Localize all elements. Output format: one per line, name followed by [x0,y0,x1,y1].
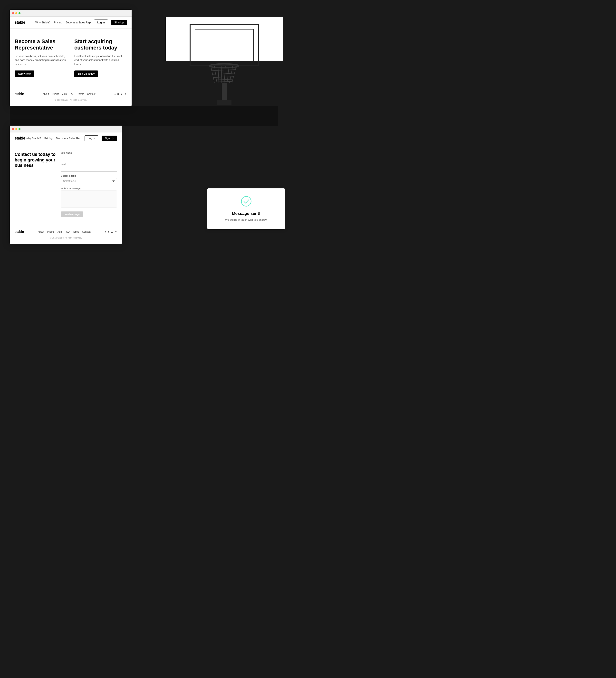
footer-pricing-2[interactable]: Pricing [47,230,54,233]
contact-title: Contact us today to begin growing your b… [15,152,56,168]
pinterest-icon: ✦ [125,92,127,96]
footer-about-1[interactable]: About [43,93,49,96]
footer-links-1: About Pricing Join FAQ Terms Contact [43,93,95,96]
dot-close-2 [12,128,14,130]
footer-logo-1: stable [15,92,24,96]
contact-left: Contact us today to begin growing your b… [15,152,56,217]
twitter-icon-2: ▲ [111,230,113,233]
dot-minimize [15,12,17,14]
message-sent-subtitle: We will be in touch with you shortly. [212,218,280,222]
signup-button-2[interactable]: Sign Up [101,136,117,141]
footer-join-1[interactable]: Join [62,93,67,96]
footer-links-2: About Pricing Join FAQ Terms Contact [38,230,91,233]
topic-select[interactable]: Select topic [61,178,117,184]
hero-left-title: Become a Sales Representative [15,38,67,51]
name-group: Your Name [61,152,117,160]
signup-today-button[interactable]: Sign Up Today [74,71,98,77]
nav-links-1: Why Stable? Pricing Become a Sales Rep L… [35,20,127,25]
send-button[interactable]: Send Message [61,212,83,217]
apply-now-button[interactable]: Apply Now [15,71,34,77]
hero-right-title: Start acquiring customers today [74,38,127,51]
nav-sales-rep-2[interactable]: Become a Sales Rep [56,137,81,140]
message-textarea[interactable] [61,190,117,208]
footer-logo-2: stable [15,230,24,234]
footer-social-1: ● ■ ▲ ✦ [114,92,127,96]
contact-content: Contact us today to begin growing your b… [10,144,122,225]
dot-maximize [18,12,20,14]
email-label: Email [61,163,117,165]
nav-pricing-2[interactable]: Pricing [44,137,53,140]
footer-pricing-1[interactable]: Pricing [52,93,59,96]
footer-join-2[interactable]: Join [57,230,61,233]
footer-copy-1: © 2019 Stable. All right reserved. [15,99,127,101]
navbar-2: stable Why Stable? Pricing Become a Sale… [10,133,122,144]
instagram-icon: ● [114,92,116,96]
nav-sales-rep-1[interactable]: Become a Sales Rep [66,21,91,24]
dot-close [12,12,14,14]
name-label: Your Name [61,152,117,154]
email-input[interactable] [61,167,117,172]
facebook-icon: ■ [117,92,119,96]
footer-faq-2[interactable]: FAQ [65,230,70,233]
contact-form: Your Name Email Choose a Topic Select to… [61,152,117,217]
twitter-icon: ▲ [120,92,123,96]
footer-1: stable About Pricing Join FAQ Terms Cont… [10,87,132,106]
footer-main-1: stable About Pricing Join FAQ Terms Cont… [15,92,127,96]
dot-maximize-2 [18,128,20,130]
footer-faq-1[interactable]: FAQ [70,93,75,96]
hero-right: Start acquiring customers today Find loc… [74,38,127,77]
logo-2: stable [15,136,25,141]
nav-pricing-1[interactable]: Pricing [54,21,62,24]
message-sent-title: Message sent! [212,211,280,216]
hero-right-desc: Find local sales reps to load up the fro… [74,54,127,66]
checkmark-icon [241,196,252,207]
nav-links-2: Why Stable? Pricing Become a Sales Rep L… [26,135,117,141]
footer-contact-1[interactable]: Contact [87,93,95,96]
dark-band [10,106,278,125]
svg-rect-1 [166,17,283,61]
login-button-1[interactable]: Log In [94,20,108,25]
nav-why-stable-2[interactable]: Why Stable? [26,137,41,140]
name-input[interactable] [61,155,117,160]
message-sent-card: Message sent! We will be in touch with y… [207,188,285,229]
pinterest-icon-2: ✦ [115,230,117,233]
topic-group: Choose a Topic Select topic [61,175,117,184]
navbar-1: stable Why Stable? Pricing Become a Sale… [10,16,132,29]
footer-2: stable About Pricing Join FAQ Terms Cont… [10,225,122,244]
topic-label: Choose a Topic [61,175,117,177]
hero-section: Become a Sales Representative Be your ow… [10,29,132,87]
svg-rect-20 [217,100,232,105]
footer-about-2[interactable]: About [38,230,44,233]
dot-minimize-2 [15,128,17,130]
footer-copy-2: © 2019 Stable. All right reserved. [15,236,117,239]
footer-main-2: stable About Pricing Join FAQ Terms Cont… [15,230,117,234]
browser-bar-2 [10,125,122,133]
footer-terms-1[interactable]: Terms [78,93,84,96]
email-group: Email [61,163,117,172]
footer-contact-2[interactable]: Contact [82,230,90,233]
facebook-icon-2: ■ [108,230,109,233]
instagram-icon-2: ● [105,230,106,233]
message-label: Write Your Message [61,187,117,189]
nav-why-stable[interactable]: Why Stable? [35,21,50,24]
login-button-2[interactable]: Log in [85,135,98,141]
footer-terms-2[interactable]: Terms [73,230,79,233]
contact-window: stable Why Stable? Pricing Become a Sale… [10,125,122,244]
message-group: Write Your Message [61,187,117,209]
logo-1: stable [15,20,25,25]
footer-social-2: ● ■ ▲ ✦ [105,230,117,233]
hero-left-desc: Be your own boss, set your own schedule,… [15,54,67,66]
basketball-image [166,17,283,105]
signup-button-1[interactable]: Sign Up [111,20,127,25]
bottom-section: stable Why Stable? Pricing Become a Sale… [10,125,278,244]
browser-bar-1 [10,10,132,16]
hero-left: Become a Sales Representative Be your ow… [15,38,67,77]
svg-point-21 [241,196,251,206]
